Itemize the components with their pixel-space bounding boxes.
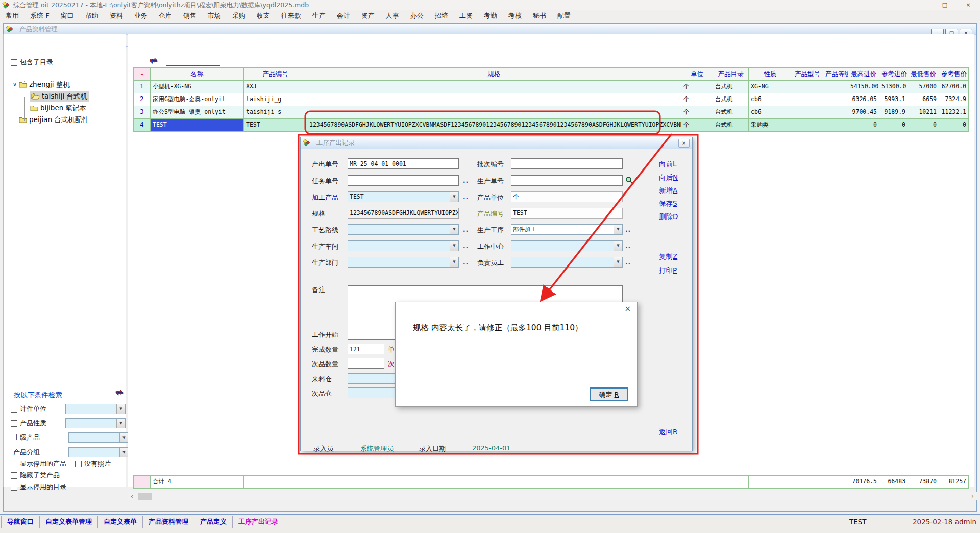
menu-item-窗口[interactable]: 窗口 xyxy=(55,10,80,21)
menu-item-帮助[interactable]: 帮助 xyxy=(80,10,104,21)
column-header-最高进价[interactable]: 最高进价 xyxy=(848,68,879,80)
menu-item-常用[interactable]: 常用 xyxy=(0,10,24,21)
more-options-dots[interactable]: .. xyxy=(463,193,469,201)
table-row[interactable]: 3办公S型电脑-银奥-onlyittaishiji_s个台式机cb69700.4… xyxy=(134,106,969,119)
dialog-link-保存S[interactable]: 保存S xyxy=(659,199,677,208)
field-工艺路线[interactable]: ▼ xyxy=(348,224,459,235)
隐藏子类产品-checkbox[interactable] xyxy=(11,472,17,479)
tree-item-zhengji 整机[interactable]: ∨zhengji 整机 xyxy=(11,79,70,90)
chevron-down-icon[interactable]: ▼ xyxy=(614,257,622,267)
menu-item-市场[interactable]: 市场 xyxy=(202,10,227,21)
tree-expander-icon[interactable]: ∨ xyxy=(11,81,19,88)
table-row[interactable]: 4TESTTEST1234567890ASDFGHJKLQWERTYUIOPZX… xyxy=(134,119,969,132)
column-header-参考进价[interactable]: 参考进价 xyxy=(879,68,908,80)
menu-item-秘书[interactable]: 秘书 xyxy=(527,10,552,21)
menu-item-采购[interactable]: 采购 xyxy=(227,10,251,21)
chevron-down-icon[interactable]: ▼ xyxy=(116,419,125,428)
taskbar-item-工序产出记录[interactable]: 工序产出记录 xyxy=(233,516,284,528)
menu-item-办公[interactable]: 办公 xyxy=(405,10,429,21)
table-row[interactable]: 2家用G型电脑-金奥-onlyittaishiji_g个台式机cb66326.0… xyxy=(134,93,969,106)
more-options-dots[interactable]: .. xyxy=(625,243,631,250)
dialog-link-删除D[interactable]: 删除D xyxy=(659,212,678,222)
chevron-down-icon[interactable]: ▼ xyxy=(450,225,458,234)
dialog-link-向后N[interactable]: 向后N xyxy=(659,173,678,182)
scrollbar-thumb[interactable] xyxy=(138,493,152,500)
table-row[interactable]: 1小型机-XG-NGXXJ个台式机XG-NG54150.0051300.0570… xyxy=(134,81,969,93)
field-产出单号[interactable] xyxy=(348,158,459,169)
menu-item-工资[interactable]: 工资 xyxy=(454,10,478,21)
menu-item-人事[interactable]: 人事 xyxy=(380,10,405,21)
chevron-down-icon[interactable]: ▼ xyxy=(614,241,622,251)
error-ok-button[interactable]: 确定 R xyxy=(590,387,628,401)
more-options-dots[interactable]: .. xyxy=(463,243,469,250)
menu-item-考核[interactable]: 考核 xyxy=(503,10,527,21)
column-header-最低售价[interactable]: 最低售价 xyxy=(908,68,939,80)
filter-combo-上级产品[interactable]: ▼ xyxy=(68,432,129,443)
chevron-down-icon[interactable]: ▼ xyxy=(119,433,128,442)
field-工作中心[interactable]: ▼ xyxy=(511,240,623,251)
chevron-down-icon[interactable]: ▼ xyxy=(450,241,458,251)
menu-item-业务[interactable]: 业务 xyxy=(129,10,153,21)
field-次品数量[interactable] xyxy=(348,358,384,369)
scroll-right-icon[interactable]: › xyxy=(968,492,977,501)
more-options-dots[interactable]: .. xyxy=(463,259,469,266)
显示停用的产品-checkbox[interactable] xyxy=(11,461,17,467)
field-任务单号[interactable] xyxy=(348,175,459,186)
chevron-down-icon[interactable]: ▼ xyxy=(450,192,458,202)
menu-item-招培[interactable]: 招培 xyxy=(429,10,454,21)
column-header-产品型号[interactable]: 产品型号 xyxy=(792,68,823,80)
dialog-link-新增A[interactable]: 新增A xyxy=(659,186,677,196)
refresh-columns-icon[interactable] xyxy=(149,58,158,65)
column-header--[interactable]: - xyxy=(134,68,151,80)
column-header-产品目录[interactable]: 产品目录 xyxy=(713,68,749,80)
dialog-link-打印P[interactable]: 打印P xyxy=(659,266,677,275)
filter-combo-产品分组[interactable]: ▼ xyxy=(68,447,129,457)
column-header-单位[interactable]: 单位 xyxy=(681,68,713,80)
menu-item-考勤[interactable]: 考勤 xyxy=(478,10,503,21)
quick-filter-input[interactable] xyxy=(166,57,220,66)
chevron-down-icon[interactable]: ▼ xyxy=(450,257,458,267)
column-header-产品等级[interactable]: 产品等级 xyxy=(823,68,848,80)
field-生产车间[interactable]: ▼ xyxy=(348,240,459,251)
field-生产单号[interactable] xyxy=(511,175,623,186)
field-生产工序[interactable]: 部件加工▼ xyxy=(511,224,623,235)
没有照片-checkbox[interactable] xyxy=(75,461,82,467)
menu-item-仓库[interactable]: 仓库 xyxy=(153,10,178,21)
dialog-back-button[interactable]: 返回R xyxy=(659,428,677,437)
column-header-性质[interactable]: 性质 xyxy=(749,68,792,80)
taskbar-item-自定义表单管理[interactable]: 自定义表单管理 xyxy=(40,516,98,528)
显示停用的目录-checkbox[interactable] xyxy=(11,484,17,491)
field-生产部门[interactable]: ▼ xyxy=(348,257,459,268)
field-负责员工[interactable]: ▼ xyxy=(511,257,623,268)
chevron-down-icon[interactable]: ▼ xyxy=(116,404,125,414)
horizontal-scrollbar[interactable]: ‹ › xyxy=(128,492,977,500)
column-header-规格[interactable]: 规格 xyxy=(307,68,681,80)
error-close-icon[interactable]: × xyxy=(624,305,631,313)
menu-item-资料[interactable]: 资料 xyxy=(104,10,129,21)
column-header-参考售价[interactable]: 参考售价 xyxy=(939,68,969,80)
column-header-产品编号[interactable]: 产品编号 xyxy=(244,68,307,80)
more-options-dots[interactable]: .. xyxy=(625,226,631,233)
chevron-down-icon[interactable]: ▼ xyxy=(119,448,128,457)
taskbar-item-产品资料管理[interactable]: 产品资料管理 xyxy=(143,516,194,528)
tree-item-taishiji 台式机[interactable]: taishiji 台式机 xyxy=(30,91,89,102)
more-options-dots[interactable]: .. xyxy=(625,259,631,266)
dialog-close-icon[interactable]: × xyxy=(678,139,690,148)
menu-item-销售[interactable]: 销售 xyxy=(178,10,202,21)
column-header-名称[interactable]: 名称 xyxy=(151,68,244,80)
filter-combo-产品性质[interactable]: ▼ xyxy=(65,418,126,428)
menu-item-往来款[interactable]: 往来款 xyxy=(276,10,307,21)
filter-combo-计件单位[interactable]: ▼ xyxy=(65,404,126,414)
计件单位-checkbox[interactable] xyxy=(11,406,17,413)
app-minimize-icon[interactable]: ─ xyxy=(910,0,933,10)
tree-item-bijiben 笔记本[interactable]: bijiben 笔记本 xyxy=(30,103,86,113)
app-close-icon[interactable]: × xyxy=(957,0,980,10)
chevron-down-icon[interactable]: ▼ xyxy=(614,225,622,234)
taskbar-item-产品定义[interactable]: 产品定义 xyxy=(194,516,233,528)
include-subdirs-checkbox[interactable] xyxy=(11,59,17,66)
menu-item-资产[interactable]: 资产 xyxy=(356,10,380,21)
dialog-link-复制Z[interactable]: 复制Z xyxy=(659,252,677,261)
menu-item-配置[interactable]: 配置 xyxy=(552,10,576,21)
menu-item-会计[interactable]: 会计 xyxy=(331,10,356,21)
app-maximize-icon[interactable]: □ xyxy=(933,0,957,10)
